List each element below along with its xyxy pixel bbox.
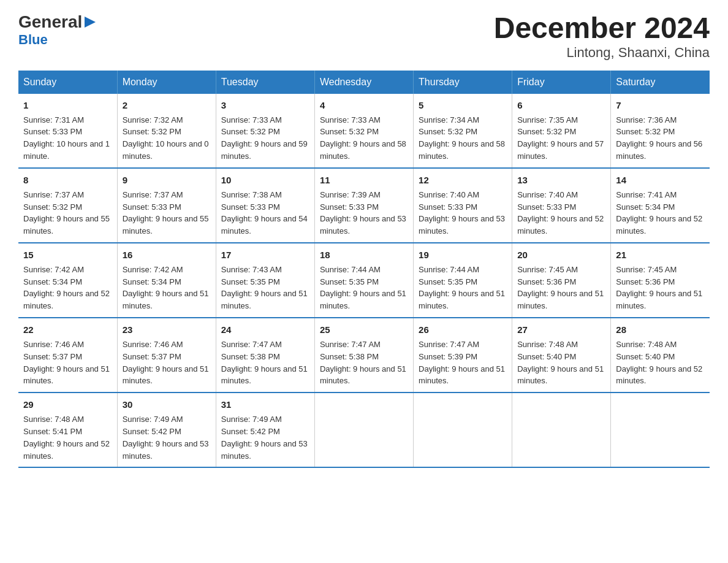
day-cell: 4 Sunrise: 7:33 AMSunset: 5:32 PMDayligh… [314, 94, 413, 168]
day-number: 7 [616, 99, 705, 112]
week-row-2: 8 Sunrise: 7:37 AMSunset: 5:32 PMDayligh… [18, 168, 710, 243]
day-cell: 9 Sunrise: 7:37 AMSunset: 5:33 PMDayligh… [117, 168, 216, 243]
day-info: Sunrise: 7:37 AMSunset: 5:32 PMDaylight:… [23, 190, 110, 236]
day-info: Sunrise: 7:42 AMSunset: 5:34 PMDaylight:… [23, 265, 110, 311]
day-number: 26 [419, 323, 507, 337]
day-cell: 14 Sunrise: 7:41 AMSunset: 5:34 PMDaylig… [611, 168, 710, 243]
weekday-header-friday: Friday [512, 71, 611, 94]
day-cell: 21 Sunrise: 7:45 AMSunset: 5:36 PMDaylig… [611, 243, 710, 318]
day-number: 30 [123, 398, 211, 412]
day-info: Sunrise: 7:48 AMSunset: 5:40 PMDaylight:… [616, 340, 702, 386]
logo-general-text: General [18, 12, 82, 32]
day-number: 28 [616, 323, 705, 337]
day-cell: 3 Sunrise: 7:33 AMSunset: 5:32 PMDayligh… [216, 94, 314, 168]
day-cell: 27 Sunrise: 7:48 AMSunset: 5:40 PMDaylig… [512, 318, 611, 393]
day-cell: 20 Sunrise: 7:45 AMSunset: 5:36 PMDaylig… [512, 243, 611, 318]
day-info: Sunrise: 7:47 AMSunset: 5:38 PMDaylight:… [320, 340, 406, 386]
day-cell [314, 393, 413, 467]
day-number: 5 [419, 99, 507, 112]
day-info: Sunrise: 7:47 AMSunset: 5:39 PMDaylight:… [419, 340, 505, 386]
day-number: 23 [123, 323, 211, 337]
day-cell: 17 Sunrise: 7:43 AMSunset: 5:35 PMDaylig… [216, 243, 314, 318]
day-cell: 24 Sunrise: 7:47 AMSunset: 5:38 PMDaylig… [216, 318, 314, 393]
day-info: Sunrise: 7:47 AMSunset: 5:38 PMDaylight:… [221, 340, 308, 386]
day-info: Sunrise: 7:48 AMSunset: 5:41 PMDaylight:… [23, 415, 110, 461]
day-cell: 23 Sunrise: 7:46 AMSunset: 5:37 PMDaylig… [117, 318, 216, 393]
day-info: Sunrise: 7:35 AMSunset: 5:32 PMDaylight:… [517, 115, 604, 161]
day-cell: 6 Sunrise: 7:35 AMSunset: 5:32 PMDayligh… [512, 94, 611, 168]
day-number: 3 [221, 99, 309, 112]
day-info: Sunrise: 7:38 AMSunset: 5:33 PMDaylight:… [221, 190, 308, 236]
day-number: 12 [419, 174, 507, 187]
day-number: 9 [123, 174, 211, 187]
day-number: 27 [517, 323, 605, 337]
day-cell: 8 Sunrise: 7:37 AMSunset: 5:32 PMDayligh… [18, 168, 117, 243]
logo-triangle-icon [85, 17, 96, 30]
day-number: 6 [517, 99, 605, 112]
day-number: 29 [23, 398, 112, 412]
logo: General Blue [18, 12, 96, 48]
day-info: Sunrise: 7:37 AMSunset: 5:33 PMDaylight:… [123, 190, 209, 236]
calendar-title: December 2024 [494, 12, 710, 45]
day-info: Sunrise: 7:48 AMSunset: 5:40 PMDaylight:… [517, 340, 604, 386]
day-number: 17 [221, 248, 309, 262]
day-number: 1 [23, 99, 112, 112]
day-info: Sunrise: 7:45 AMSunset: 5:36 PMDaylight:… [616, 265, 702, 311]
day-cell: 15 Sunrise: 7:42 AMSunset: 5:34 PMDaylig… [18, 243, 117, 318]
day-cell: 12 Sunrise: 7:40 AMSunset: 5:33 PMDaylig… [414, 168, 512, 243]
day-info: Sunrise: 7:33 AMSunset: 5:32 PMDaylight:… [320, 115, 406, 161]
day-number: 24 [221, 323, 309, 337]
day-number: 22 [23, 323, 112, 337]
day-number: 19 [419, 248, 507, 262]
day-info: Sunrise: 7:34 AMSunset: 5:32 PMDaylight:… [419, 115, 505, 161]
day-number: 11 [320, 174, 408, 187]
day-number: 2 [123, 99, 211, 112]
day-info: Sunrise: 7:40 AMSunset: 5:33 PMDaylight:… [419, 190, 505, 236]
day-number: 18 [320, 248, 408, 262]
day-cell: 13 Sunrise: 7:40 AMSunset: 5:33 PMDaylig… [512, 168, 611, 243]
day-cell [611, 393, 710, 467]
day-number: 21 [616, 248, 705, 262]
day-info: Sunrise: 7:41 AMSunset: 5:34 PMDaylight:… [616, 190, 702, 236]
day-info: Sunrise: 7:49 AMSunset: 5:42 PMDaylight:… [123, 415, 209, 461]
day-info: Sunrise: 7:31 AMSunset: 5:33 PMDaylight:… [23, 115, 110, 161]
day-cell: 10 Sunrise: 7:38 AMSunset: 5:33 PMDaylig… [216, 168, 314, 243]
day-cell: 16 Sunrise: 7:42 AMSunset: 5:34 PMDaylig… [117, 243, 216, 318]
day-number: 8 [23, 174, 112, 187]
day-number: 31 [221, 398, 309, 412]
day-cell: 30 Sunrise: 7:49 AMSunset: 5:42 PMDaylig… [117, 393, 216, 467]
svg-marker-0 [85, 17, 96, 28]
weekday-header-row: SundayMondayTuesdayWednesdayThursdayFrid… [18, 71, 710, 94]
day-info: Sunrise: 7:40 AMSunset: 5:33 PMDaylight:… [517, 190, 604, 236]
day-cell: 5 Sunrise: 7:34 AMSunset: 5:32 PMDayligh… [414, 94, 512, 168]
day-number: 20 [517, 248, 605, 262]
week-row-4: 22 Sunrise: 7:46 AMSunset: 5:37 PMDaylig… [18, 318, 710, 393]
day-number: 25 [320, 323, 408, 337]
day-cell: 28 Sunrise: 7:48 AMSunset: 5:40 PMDaylig… [611, 318, 710, 393]
day-info: Sunrise: 7:39 AMSunset: 5:33 PMDaylight:… [320, 190, 406, 236]
day-info: Sunrise: 7:32 AMSunset: 5:32 PMDaylight:… [123, 115, 209, 161]
weekday-header-thursday: Thursday [414, 71, 512, 94]
day-cell: 19 Sunrise: 7:44 AMSunset: 5:35 PMDaylig… [414, 243, 512, 318]
day-cell: 25 Sunrise: 7:47 AMSunset: 5:38 PMDaylig… [314, 318, 413, 393]
weekday-header-wednesday: Wednesday [314, 71, 413, 94]
weekday-header-saturday: Saturday [611, 71, 710, 94]
calendar-table: SundayMondayTuesdayWednesdayThursdayFrid… [18, 71, 710, 469]
day-info: Sunrise: 7:45 AMSunset: 5:36 PMDaylight:… [517, 265, 604, 311]
day-info: Sunrise: 7:42 AMSunset: 5:34 PMDaylight:… [123, 265, 209, 311]
day-info: Sunrise: 7:44 AMSunset: 5:35 PMDaylight:… [320, 265, 406, 311]
weekday-header-monday: Monday [117, 71, 216, 94]
logo-blue-text: Blue [18, 32, 48, 47]
day-info: Sunrise: 7:36 AMSunset: 5:32 PMDaylight:… [616, 115, 702, 161]
day-cell: 26 Sunrise: 7:47 AMSunset: 5:39 PMDaylig… [414, 318, 512, 393]
weekday-header-tuesday: Tuesday [216, 71, 314, 94]
header: General Blue December 2024 Lintong, Shaa… [18, 12, 710, 61]
day-cell: 11 Sunrise: 7:39 AMSunset: 5:33 PMDaylig… [314, 168, 413, 243]
week-row-1: 1 Sunrise: 7:31 AMSunset: 5:33 PMDayligh… [18, 94, 710, 168]
day-info: Sunrise: 7:44 AMSunset: 5:35 PMDaylight:… [419, 265, 505, 311]
title-area: December 2024 Lintong, Shaanxi, China [494, 12, 710, 61]
day-cell: 18 Sunrise: 7:44 AMSunset: 5:35 PMDaylig… [314, 243, 413, 318]
day-info: Sunrise: 7:33 AMSunset: 5:32 PMDaylight:… [221, 115, 308, 161]
day-info: Sunrise: 7:43 AMSunset: 5:35 PMDaylight:… [221, 265, 308, 311]
day-number: 14 [616, 174, 705, 187]
